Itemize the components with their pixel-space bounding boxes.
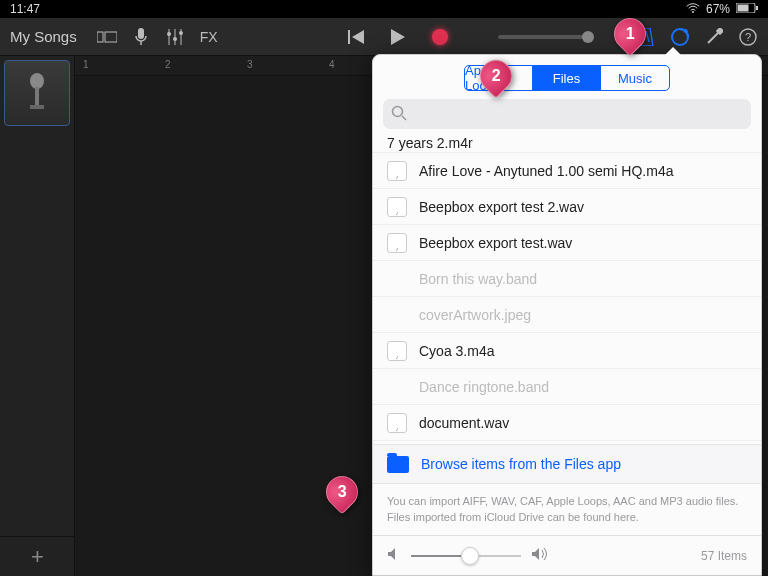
- list-item: coverArtwork.jpeg: [373, 297, 761, 333]
- svg-text:?: ?: [745, 31, 751, 43]
- list-item[interactable]: ♪ Cyoa 3.m4a: [373, 333, 761, 369]
- browse-files-app-button[interactable]: Browse items from the Files app: [373, 444, 761, 484]
- list-item[interactable]: 7 years 2.m4r: [373, 135, 761, 153]
- file-name: Beepbox export test.wav: [419, 235, 572, 251]
- audio-file-icon: ♪: [387, 413, 407, 433]
- list-item: Born this way.band: [373, 261, 761, 297]
- file-name: Cyoa 3.m4a: [419, 343, 494, 359]
- loop-browser-icon[interactable]: [670, 27, 690, 47]
- svg-point-9: [179, 31, 183, 35]
- file-name: coverArtwork.jpeg: [419, 307, 531, 323]
- add-track-button[interactable]: +: [0, 536, 75, 576]
- list-item[interactable]: ♪ Afire Love - Anytuned 1.00 semi HQ.m4a: [373, 153, 761, 189]
- microphone-icon[interactable]: [131, 27, 151, 47]
- settings-icon[interactable]: [704, 27, 724, 47]
- browser-footer: 57 Items: [373, 535, 761, 575]
- segment-music[interactable]: Music: [601, 66, 669, 90]
- list-item[interactable]: ♪ document.wav: [373, 405, 761, 441]
- audio-file-icon: ♪: [387, 341, 407, 361]
- list-item[interactable]: ♪ Beepbox export test.wav: [373, 225, 761, 261]
- file-list[interactable]: 7 years 2.m4r ♪ Afire Love - Anytuned 1.…: [373, 135, 761, 444]
- rewind-icon[interactable]: [346, 27, 366, 47]
- help-icon[interactable]: ?: [738, 27, 758, 47]
- search-input[interactable]: [383, 99, 751, 129]
- svg-rect-17: [30, 105, 44, 109]
- svg-rect-6: [138, 28, 144, 39]
- svg-rect-4: [97, 32, 103, 42]
- file-icon: [387, 269, 407, 289]
- file-name: document.wav: [419, 415, 509, 431]
- item-count: 57 Items: [701, 549, 747, 563]
- list-item: Dance ringtone.band: [373, 369, 761, 405]
- file-name: Dance ringtone.band: [419, 379, 549, 395]
- battery-icon: [736, 2, 758, 16]
- svg-rect-10: [348, 30, 350, 44]
- clock: 11:47: [10, 2, 40, 16]
- songs-button[interactable]: My Songs: [10, 28, 77, 45]
- wifi-icon: [686, 2, 700, 16]
- file-name: Beepbox export test 2.wav: [419, 199, 584, 215]
- svg-point-15: [30, 73, 44, 89]
- svg-rect-3: [756, 6, 758, 10]
- volume-high-icon: [531, 547, 549, 565]
- preview-volume-slider[interactable]: [411, 555, 521, 557]
- svg-point-18: [393, 107, 403, 117]
- file-icon: [387, 305, 407, 325]
- play-icon[interactable]: [388, 27, 408, 47]
- volume-low-icon: [387, 547, 401, 565]
- track-header[interactable]: [4, 60, 70, 126]
- browse-label: Browse items from the Files app: [421, 456, 621, 472]
- svg-rect-2: [738, 5, 749, 12]
- svg-rect-5: [105, 32, 117, 42]
- search-icon: [391, 105, 407, 125]
- import-hint: You can import AIFF, WAV, CAF, Apple Loo…: [373, 484, 761, 535]
- audio-file-icon: ♪: [387, 233, 407, 253]
- microphone-track-icon: [26, 73, 48, 113]
- battery-percent: 67%: [706, 2, 730, 16]
- top-toolbar: My Songs FX ?: [0, 18, 768, 56]
- list-item[interactable]: ♪ Beepbox export test 2.wav: [373, 189, 761, 225]
- record-icon[interactable]: [430, 27, 450, 47]
- position-slider[interactable]: [498, 35, 588, 39]
- file-name: Born this way.band: [419, 271, 537, 287]
- browser-view-icon[interactable]: [97, 27, 117, 47]
- file-icon: [387, 377, 407, 397]
- file-name: 7 years 2.m4r: [387, 135, 473, 151]
- mixer-icon[interactable]: [165, 27, 185, 47]
- segment-files[interactable]: Files: [533, 66, 601, 90]
- fx-button[interactable]: FX: [199, 27, 219, 47]
- file-name: Afire Love - Anytuned 1.00 semi HQ.m4a: [419, 163, 673, 179]
- svg-point-8: [173, 37, 177, 41]
- status-bar: 11:47 67%: [0, 0, 768, 18]
- loop-browser-panel: Apple Loops Files Music 7 years 2.m4r ♪ …: [372, 54, 762, 576]
- svg-point-7: [167, 32, 171, 36]
- svg-point-0: [692, 11, 694, 13]
- track-panel: +: [0, 56, 75, 576]
- audio-file-icon: ♪: [387, 161, 407, 181]
- folder-icon: [387, 456, 409, 473]
- svg-rect-16: [35, 87, 39, 105]
- audio-file-icon: ♪: [387, 197, 407, 217]
